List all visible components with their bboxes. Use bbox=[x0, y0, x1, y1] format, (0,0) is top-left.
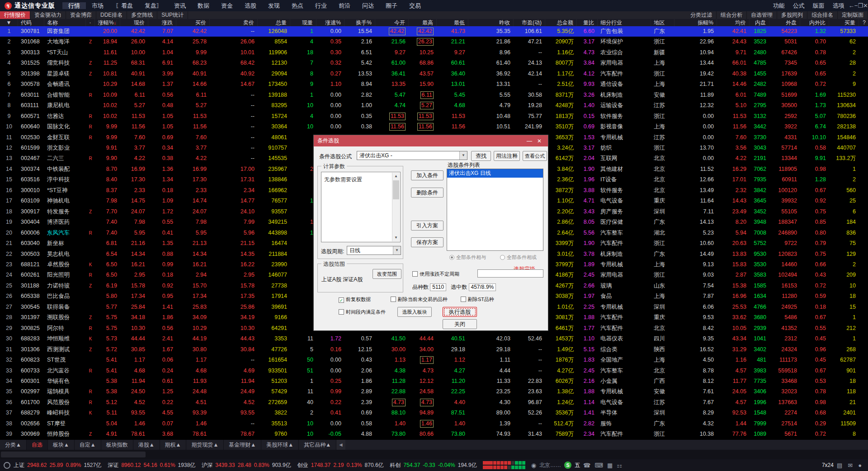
menu-item-7[interactable]: 资金 bbox=[215, 2, 239, 9]
menu-item-10[interactable]: 热点 bbox=[286, 2, 309, 9]
restore-icon[interactable]: ❐ bbox=[858, 2, 863, 9]
menu-item-6[interactable]: 数据 bbox=[192, 2, 215, 9]
scroll-up-icon[interactable]: ▲ bbox=[392, 173, 400, 180]
dot-icon[interactable]: ● bbox=[858, 462, 862, 469]
column-header-5[interactable]: 涨幅%↓ bbox=[95, 19, 120, 26]
toolbar-tab-4[interactable]: DDE排名 bbox=[96, 11, 127, 19]
import-plan-button[interactable]: 引入方案 bbox=[411, 221, 443, 231]
execute-pick-button[interactable]: 执行选股 bbox=[443, 307, 477, 317]
stock-row[interactable]: 35002997瑞鹄模具R5.3824.501.2524.4824.495742… bbox=[0, 386, 868, 397]
formula-combobox[interactable]: 潜伏出击XG - ▼ bbox=[357, 151, 467, 160]
delete-condition-button[interactable]: 删除条件 bbox=[411, 188, 443, 198]
tabs-scroll-left-icon[interactable]: ◄ bbox=[336, 440, 345, 450]
stock-row[interactable]: 3300313*ST天山11.6110.001.049.9910.0111990… bbox=[0, 47, 868, 58]
list-icon[interactable]: ▤ bbox=[837, 462, 842, 469]
grid-icon[interactable]: ▦ bbox=[607, 462, 613, 469]
add-condition-button[interactable]: 加入条件 bbox=[411, 170, 443, 180]
column-header-28[interactable]: 买量 bbox=[829, 19, 859, 26]
stock-row[interactable]: 34600301华锡有色5.3811.940.6111.9311.9451203… bbox=[0, 376, 868, 386]
back-icon[interactable]: ← bbox=[849, 2, 854, 9]
column-header-22[interactable]: 地区 bbox=[651, 19, 675, 26]
stock-row[interactable]: 32600823ST世茂5.411.170.061.17--161654500.… bbox=[0, 355, 868, 365]
column-header-15[interactable]: 最高 bbox=[409, 19, 437, 26]
menu-item-1[interactable]: 行情 bbox=[62, 2, 86, 9]
save-plan-button[interactable]: 保存方案 bbox=[411, 237, 443, 247]
help-icon[interactable]: ? bbox=[863, 19, 866, 26]
menu-item-3[interactable]: 〖看盘 bbox=[109, 2, 139, 9]
checkbox-remove-untraded[interactable]: 剔除当前未交易的品种 bbox=[391, 296, 448, 303]
stock-row[interactable]: 2301068大地海洋Z18.9426.004.1425.7826.068554… bbox=[0, 37, 868, 47]
toolbar-tab-2[interactable]: 资金驱动力 bbox=[30, 11, 66, 19]
stock-row[interactable]: 31301306西测测试Z5.7230.851.6730.8030.844772… bbox=[0, 344, 868, 355]
checkbox-icon[interactable] bbox=[339, 309, 344, 315]
phone-icon[interactable]: ☎ bbox=[583, 462, 590, 469]
stock-row[interactable]: 37688279峰岹科技K5.1193.554.5593.3993.553822… bbox=[0, 408, 868, 418]
period-combobox[interactable]: 日线 ▼ bbox=[347, 246, 401, 255]
column-header-7[interactable]: 涨跌 bbox=[148, 19, 176, 26]
checkbox-checked-icon[interactable]: ✓ bbox=[339, 297, 344, 303]
column-header-18[interactable]: 市盈(动) bbox=[514, 19, 545, 26]
bottom-tab-7[interactable]: 期权▲ bbox=[160, 440, 187, 450]
checkbox-updown-period[interactable]: 使用涨跌不定周期 bbox=[412, 271, 459, 278]
mail-icon[interactable]: ✉ bbox=[848, 462, 853, 469]
params-scrollbar[interactable]: ▲ ▼ bbox=[392, 173, 400, 241]
toolbar-right-tab-3[interactable]: 自选管理 bbox=[747, 11, 777, 19]
menu-item-5[interactable]: 资讯 bbox=[168, 2, 192, 9]
stock-row[interactable]: 9600571信雅达R10.0211.531.0511.53--1572440.… bbox=[0, 111, 868, 122]
column-header-23[interactable]: 振幅% bbox=[675, 19, 717, 26]
menu-item-9[interactable]: 发现 bbox=[262, 2, 286, 9]
dots-icon[interactable]: ⚏ bbox=[617, 462, 622, 469]
dialog-close-icon[interactable]: ✕ bbox=[534, 138, 544, 144]
checkbox-icon[interactable] bbox=[391, 297, 396, 302]
checkbox-icon[interactable] bbox=[412, 271, 418, 277]
stock-row[interactable]: 1300781因赛集团20.0042.427.0742.42--12604810… bbox=[0, 26, 868, 37]
column-header-1[interactable]: ▼ bbox=[0, 19, 18, 26]
menu-right-item-3[interactable]: 版面 bbox=[809, 2, 829, 9]
column-header-13[interactable]: 换手% bbox=[344, 19, 375, 26]
column-header-17[interactable]: 昨收 bbox=[468, 19, 514, 26]
toolbar-tab-5[interactable]: 多空阵线 bbox=[127, 11, 157, 19]
toolbar-right-tab-2[interactable]: 组合分析 bbox=[717, 11, 747, 19]
find-button[interactable]: 查找 bbox=[471, 151, 491, 161]
menu-item-4[interactable]: 复盘〗 bbox=[139, 2, 168, 9]
horizontal-scrollbar[interactable] bbox=[0, 450, 868, 459]
column-header-26[interactable]: 外盘 bbox=[769, 19, 800, 26]
radio-all-or[interactable]: 全部条件相或 bbox=[500, 254, 537, 261]
condition-listbox[interactable]: 潜伏出击XG 日线 bbox=[447, 169, 543, 251]
bottom-tab-3[interactable]: 板块▲ bbox=[48, 440, 75, 450]
checkbox-time-range[interactable]: 时间段内满足条件 bbox=[339, 309, 386, 316]
change-range-button[interactable]: 改变范围 bbox=[373, 269, 401, 279]
bottom-tab-1[interactable]: 分类▲ bbox=[0, 440, 27, 450]
params-list[interactable]: 无参数需要设置 ▲ ▼ bbox=[321, 172, 401, 242]
stock-row[interactable]: 33600733北汽蓝谷R5.414.680.244.684.699335015… bbox=[0, 366, 868, 376]
stock-row[interactable]: 7603011合锻智能R10.096.110.566.11--13918810.… bbox=[0, 90, 868, 100]
column-header-6[interactable]: 现价 bbox=[120, 19, 148, 26]
column-header-8[interactable]: 买价 bbox=[176, 19, 210, 26]
stock-row[interactable]: 8603111康尼机电10.025.270.485.27--83295100.0… bbox=[0, 100, 868, 111]
menu-item-11[interactable]: 行业 bbox=[309, 2, 333, 9]
column-header-24[interactable]: 均价 bbox=[717, 19, 750, 26]
menu-right-item-2[interactable]: 公式 bbox=[789, 2, 809, 9]
column-header-12[interactable]: 涨速% bbox=[316, 19, 344, 26]
scroll-down-icon[interactable]: ▼ bbox=[392, 234, 400, 241]
column-header-2[interactable]: 代码 bbox=[18, 19, 44, 26]
bottom-tab-10[interactable]: 美股环球▲ bbox=[261, 440, 299, 450]
scrollbar-thumb[interactable] bbox=[393, 180, 399, 199]
dialog-title-bar[interactable]: 条件选股 — ✕ bbox=[314, 135, 548, 146]
column-header-21[interactable]: 细分行业 bbox=[598, 19, 651, 26]
radio-all-and[interactable]: 全部条件相与 bbox=[449, 254, 486, 261]
stock-row[interactable]: 5301398星源卓镁Z10.8140.913.9940.9140.922909… bbox=[0, 69, 868, 79]
toolbar-right-tab-5[interactable]: 综合排名 bbox=[807, 11, 838, 19]
stock-row[interactable]: 36601700风范股份R5.124.520.224.514.522726594… bbox=[0, 397, 868, 408]
menu-item-13[interactable]: 问达 bbox=[356, 2, 380, 9]
column-header-27[interactable]: 内外比 bbox=[800, 19, 829, 26]
radio-off-icon[interactable] bbox=[500, 255, 505, 260]
close-button[interactable]: 关闭 bbox=[443, 319, 477, 329]
bottom-tab-2[interactable]: 自选 bbox=[27, 440, 48, 450]
column-header-19[interactable]: 总金额 bbox=[545, 19, 577, 26]
bottom-tab-9[interactable]: 基金理财▲ bbox=[224, 440, 261, 450]
stock-row[interactable]: 39300969恒帅股份Z4.9178.613.6878.6178.679760… bbox=[0, 429, 868, 439]
toolbar-right-tab-1[interactable]: 分类过滤 bbox=[686, 11, 717, 19]
menu-right-item-4[interactable]: 选项 bbox=[829, 2, 849, 9]
toolbar-tab-1[interactable]: 行情报价 bbox=[0, 11, 30, 19]
